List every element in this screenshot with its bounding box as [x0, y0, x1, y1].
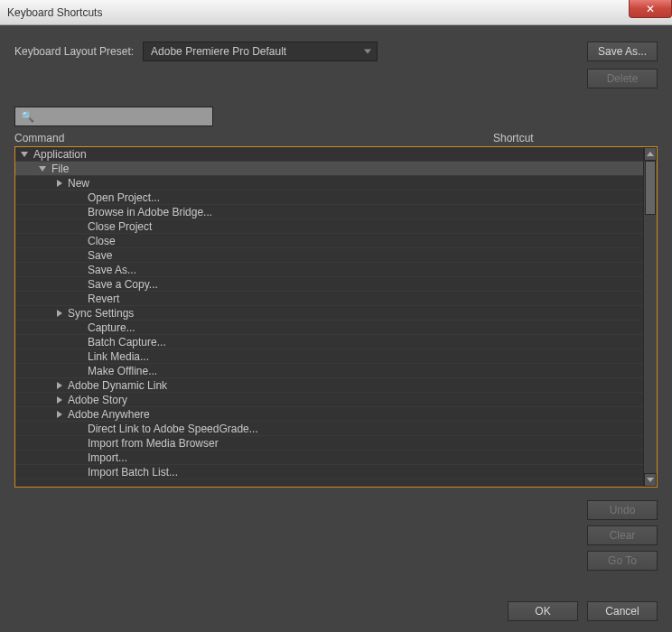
no-icon — [75, 281, 82, 288]
tree-item-label: Adobe Story — [68, 394, 127, 406]
expand-icon[interactable] — [21, 152, 28, 157]
column-command-header: Command — [14, 132, 493, 144]
tree-item-label: New — [68, 177, 89, 190]
arrow-down-icon — [647, 478, 654, 482]
delete-button[interactable]: Delete — [587, 69, 658, 88]
tree-row[interactable]: Import... — [15, 451, 643, 465]
tree-row[interactable]: Make Offline... — [15, 364, 643, 378]
tree-item-label: Save a Copy... — [88, 278, 158, 291]
dialog-body: Keyboard Layout Preset: Adobe Premiere P… — [0, 25, 672, 632]
window-title: Keyboard Shortcuts — [7, 6, 102, 19]
tree-row[interactable]: Revert — [15, 292, 643, 306]
go-to-button[interactable]: Go To — [587, 551, 658, 571]
tree-row[interactable]: Adobe Anywhere — [15, 407, 643, 422]
tree-row[interactable]: Import from Media Browser — [15, 436, 643, 451]
tree-row[interactable]: Save a Copy... — [15, 277, 643, 292]
preset-row: Keyboard Layout Preset: Adobe Premiere P… — [14, 42, 658, 61]
tree-row[interactable]: Adobe Story — [15, 393, 643, 407]
tree-item-label: Import from Media Browser — [88, 437, 219, 450]
search-icon: 🔍 — [21, 110, 34, 123]
tree-item-label: Browse in Adobe Bridge... — [88, 206, 212, 218]
no-icon — [75, 194, 82, 201]
scroll-down-button[interactable] — [644, 473, 657, 487]
scroll-track[interactable] — [644, 161, 657, 473]
tree-item-label: Link Media... — [88, 350, 149, 363]
no-icon — [75, 454, 82, 461]
arrow-up-icon — [647, 152, 654, 156]
columns-header: Command Shortcut — [14, 132, 658, 144]
tree-row[interactable]: Open Project... — [15, 191, 643, 205]
tree-row[interactable]: Save As... — [15, 263, 643, 277]
tree-item-label: Adobe Anywhere — [68, 408, 150, 421]
scroll-up-button[interactable] — [644, 147, 657, 161]
no-icon — [75, 252, 82, 259]
tree-row[interactable]: Save — [15, 248, 643, 263]
tree-item-label: Import Batch List... — [88, 466, 178, 479]
chevron-down-icon — [364, 50, 371, 54]
preset-selected-value: Adobe Premiere Pro Default — [151, 45, 286, 58]
preset-dropdown[interactable]: Adobe Premiere Pro Default — [143, 42, 378, 61]
titlebar: Keyboard Shortcuts ✕ — [0, 0, 672, 25]
search-row: 🔍 — [14, 107, 658, 126]
tree-item-label: Direct Link to Adobe SpeedGrade... — [88, 423, 258, 435]
collapse-icon[interactable] — [57, 396, 62, 404]
tree-row[interactable]: Import Batch List... — [15, 465, 643, 479]
tree-item-label: Make Offline... — [88, 365, 157, 377]
tree-row[interactable]: Browse in Adobe Bridge... — [15, 205, 643, 219]
search-input[interactable] — [40, 110, 207, 123]
tree-row[interactable]: File — [15, 162, 643, 176]
no-icon — [75, 237, 82, 245]
tree-item-label: Close — [88, 235, 116, 247]
collapse-icon[interactable] — [57, 310, 62, 317]
no-icon — [75, 440, 82, 447]
tree-item-label: Revert — [88, 293, 119, 305]
tree-footer-buttons: Undo Clear Go To — [14, 500, 658, 571]
close-button[interactable]: ✕ — [629, 0, 672, 18]
no-icon — [75, 425, 82, 432]
tree-item-label: Application — [33, 148, 87, 161]
tree-item-label: Import... — [88, 451, 127, 464]
no-icon — [75, 339, 82, 346]
shortcut-tree[interactable]: ApplicationFileNewOpen Project...Browse … — [15, 147, 643, 487]
column-shortcut-header: Shortcut — [493, 132, 658, 144]
cancel-button[interactable]: Cancel — [587, 601, 658, 621]
tree-row[interactable]: Capture... — [15, 321, 643, 335]
tree-row[interactable]: New — [15, 176, 643, 191]
save-as-button[interactable]: Save As... — [587, 42, 658, 61]
tree-row[interactable]: Direct Link to Adobe SpeedGrade... — [15, 422, 643, 436]
tree-item-label: Adobe Dynamic Link — [68, 379, 167, 392]
tree-item-label: Open Project... — [88, 191, 160, 204]
scrollbar[interactable] — [643, 147, 657, 487]
tree-row[interactable]: Close Project — [15, 219, 643, 234]
keyboard-shortcuts-dialog: Keyboard Shortcuts ✕ Keyboard Layout Pre… — [0, 0, 672, 632]
tree-row[interactable]: Close — [15, 234, 643, 248]
tree-row[interactable]: Adobe Dynamic Link — [15, 378, 643, 393]
collapse-icon[interactable] — [57, 382, 62, 389]
tree-item-label: Batch Capture... — [88, 336, 166, 349]
preset-label: Keyboard Layout Preset: — [14, 45, 134, 58]
no-icon — [75, 367, 82, 375]
delete-row: Delete — [14, 69, 658, 88]
no-icon — [75, 223, 82, 230]
collapse-icon[interactable] — [57, 180, 62, 187]
no-icon — [75, 469, 82, 476]
no-icon — [75, 353, 82, 360]
scroll-thumb[interactable] — [645, 161, 656, 215]
tree-row[interactable]: Sync Settings — [15, 306, 643, 321]
no-icon — [75, 209, 82, 216]
collapse-icon[interactable] — [57, 411, 62, 418]
clear-button[interactable]: Clear — [587, 525, 658, 545]
tree-item-label: Save As... — [88, 264, 136, 276]
expand-icon[interactable] — [39, 166, 46, 172]
shortcut-tree-container: ApplicationFileNewOpen Project...Browse … — [14, 146, 658, 488]
no-icon — [75, 324, 82, 331]
tree-row[interactable]: Batch Capture... — [15, 335, 643, 349]
tree-item-label: Close Project — [88, 220, 152, 233]
tree-row[interactable]: Link Media... — [15, 349, 643, 364]
undo-button[interactable]: Undo — [587, 500, 658, 520]
ok-button[interactable]: OK — [508, 601, 578, 621]
tree-row[interactable]: Application — [15, 147, 643, 162]
tree-item-label: Save — [88, 249, 112, 262]
tree-item-label: Sync Settings — [68, 307, 134, 320]
search-input-container[interactable]: 🔍 — [14, 107, 213, 126]
